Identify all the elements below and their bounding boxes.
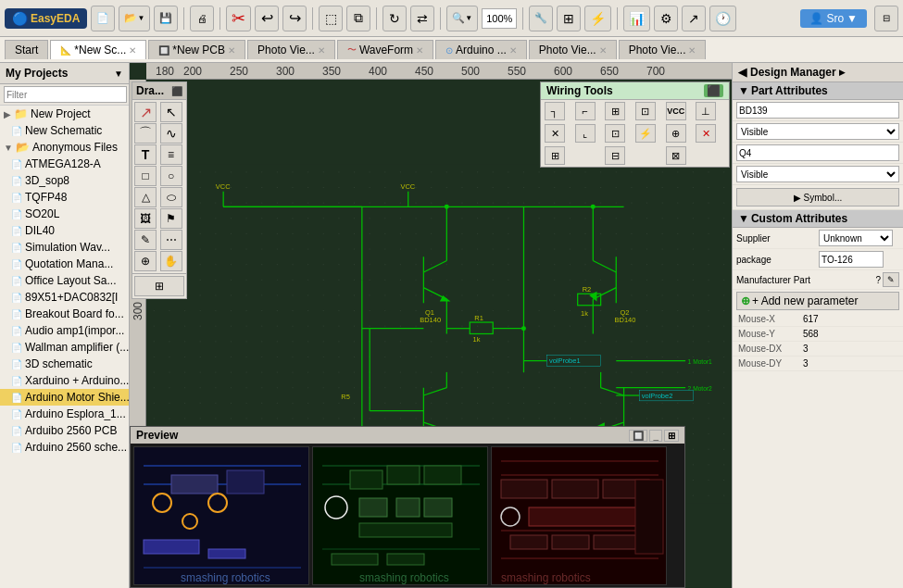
sidebar-item-dil40[interactable]: 📄 DIL40 <box>0 222 129 239</box>
sidebar-item-tqfp48[interactable]: 📄 TQFP48 <box>0 189 129 206</box>
draw-rect-btn[interactable]: □ <box>134 166 157 186</box>
part-attr-collapse-icon[interactable]: ▼ <box>738 84 749 97</box>
wiring-btn-port[interactable]: ⊡ <box>605 124 625 143</box>
wiring-btn-vcc[interactable]: VCC <box>666 102 686 120</box>
wiring-btn-delete[interactable]: ✕ <box>696 124 716 143</box>
window-min-button[interactable]: ⊟ <box>874 6 898 31</box>
tab-photo-view1-close[interactable]: ✕ <box>318 45 325 56</box>
redo-button[interactable]: ↪ <box>282 6 307 31</box>
draw-text-btn[interactable]: T <box>134 144 157 165</box>
find-button[interactable]: 🔧 <box>529 6 553 31</box>
sidebar-item-new-schematic[interactable]: 📄 New Schematic <box>0 122 129 139</box>
draw-bus-btn[interactable]: ≡ <box>160 144 182 165</box>
filter-input[interactable] <box>4 86 127 103</box>
draw-extra-btn[interactable]: ⊞ <box>134 276 184 296</box>
sidebar-item-xarduino[interactable]: 📄 Xarduino + Arduino... <box>0 372 129 389</box>
draw-image-btn[interactable]: 🖼 <box>134 208 157 229</box>
add-param-button[interactable]: ⊕ + Add new parameter <box>736 292 899 310</box>
wiring-tools-close-icon[interactable]: ⬛ <box>704 84 723 97</box>
wiring-btn-junction[interactable]: ⊞ <box>605 102 625 120</box>
tab-new-sch-close[interactable]: ✕ <box>129 45 136 56</box>
history-button[interactable]: 🕐 <box>709 6 736 31</box>
tab-photo-view2[interactable]: Photo Vie... ✕ <box>529 40 617 59</box>
sidebar-item-89x51-dac[interactable]: 📄 89X51+DAC0832[I <box>0 289 129 306</box>
tab-arduino-close[interactable]: ✕ <box>509 45 517 56</box>
user-button[interactable]: 👤 Sro ▼ <box>800 9 867 28</box>
zoom-in-button[interactable]: 🔍▼ <box>446 6 478 31</box>
settings-button[interactable]: ⚙ <box>654 6 678 31</box>
wiring-btn-power[interactable]: ⚡ <box>635 124 656 143</box>
manufacturer-part-edit-btn[interactable]: ✎ <box>883 272 899 287</box>
draw-ellipse-btn[interactable]: ⬭ <box>160 187 182 207</box>
tab-photo-view1[interactable]: Photo Vie... ✕ <box>247 40 335 59</box>
tab-photo-view3[interactable]: Photo Vie... ✕ <box>619 40 707 59</box>
draw-circle-btn[interactable]: ○ <box>160 166 182 186</box>
sidebar-item-arduibo-2560-pcb[interactable]: 📄 Arduibo 2560 PCB <box>0 422 129 439</box>
sidebar-item-atmega128[interactable]: 📄 ATMEGA128-A <box>0 156 129 172</box>
sidebar-item-so20l[interactable]: 📄 SO20L <box>0 206 129 222</box>
wiring-btn-extra1[interactable]: ⊞ <box>545 146 565 165</box>
tab-new-sch[interactable]: 📐 *New Sc... ✕ <box>50 40 146 59</box>
select-button[interactable]: ⬚ <box>319 6 343 31</box>
visible1-select[interactable]: Visible Hidden <box>736 123 899 140</box>
sidebar-item-new-project[interactable]: ▶ 📁 New Project <box>0 106 129 122</box>
sidebar-item-audio-amp1[interactable]: 📄 Audio amp1(impor... <box>0 322 129 339</box>
wiring-btn-busentry[interactable]: ⌞ <box>575 124 596 143</box>
wiring-btn-netlabel[interactable]: ⊡ <box>635 102 656 120</box>
tab-waveform-close[interactable]: ✕ <box>416 45 423 56</box>
component-q-input[interactable] <box>736 144 899 161</box>
supplier-select[interactable]: Unknown Digikey Mouser LCSC <box>819 230 893 246</box>
tab-start[interactable]: Start <box>5 40 48 59</box>
wiring-btn-cross[interactable]: ⊕ <box>666 124 686 143</box>
wiring-btn-bus[interactable]: ⌐ <box>575 102 596 120</box>
sidebar-item-arduino-esplora[interactable]: 📄 Arduino Esplora_1... <box>0 406 129 422</box>
draw-arc-btn[interactable]: ⌒ <box>134 123 157 144</box>
wiring-btn-extra2[interactable]: ⊟ <box>605 146 625 165</box>
preview-detach-btn[interactable]: ⊞ <box>664 430 679 442</box>
new-button[interactable]: 📄 <box>91 6 115 31</box>
draw-bezier-btn[interactable]: ∿ <box>160 123 182 144</box>
tab-new-pcb-close[interactable]: ✕ <box>228 45 235 56</box>
tab-new-pcb[interactable]: 🔲 *New PCB ✕ <box>148 40 245 59</box>
cut-button[interactable]: ✂ <box>226 6 251 31</box>
draw-editpoints-btn[interactable]: ✎ <box>134 230 157 250</box>
sidebar-expand-icon[interactable]: ▼ <box>114 69 123 79</box>
draw-more-btn[interactable]: ⋯ <box>160 230 182 250</box>
tab-photo-view2-close[interactable]: ✕ <box>599 45 607 56</box>
tab-photo-view3-close[interactable]: ✕ <box>688 45 696 56</box>
wiring-btn-noconn[interactable]: ✕ <box>545 124 565 143</box>
copy-button[interactable]: ⧉ <box>346 6 370 31</box>
wiring-btn-extra3[interactable]: ⊠ <box>666 146 686 165</box>
preview-minimize-btn[interactable]: _ <box>649 430 662 442</box>
package-input[interactable] <box>819 251 884 268</box>
draw-wire-btn[interactable]: ↗ <box>134 102 157 122</box>
visible2-select[interactable]: Visible Hidden <box>736 166 899 182</box>
wiring-btn-wire[interactable]: ┐ <box>545 102 565 120</box>
sidebar-item-quotation-mana[interactable]: 📄 Quotation Mana... <box>0 256 129 272</box>
sidebar-item-arduino-2560-sch[interactable]: 📄 Arduino 2560 sche... <box>0 439 129 456</box>
design-manager-bar[interactable]: ◀ Design Manager ▸ <box>733 63 903 82</box>
sidebar-item-breakout-board[interactable]: 📄 Breakout Board fo... <box>0 306 129 322</box>
component-name-input[interactable] <box>736 102 899 119</box>
sidebar-item-3d-sop8[interactable]: 📄 3D_sop8 <box>0 172 129 189</box>
draw-snap-btn[interactable]: ⊕ <box>134 251 157 271</box>
sidebar-item-wallman-amp[interactable]: 📄 Wallman amplifier (... <box>0 339 129 356</box>
sidebar-item-3d-schematic[interactable]: 📄 3D schematic <box>0 356 129 372</box>
sidebar-item-arduino-motor[interactable]: 📄 Arduino Motor Shie... <box>0 389 129 406</box>
draw-drag-btn[interactable]: ✋ <box>160 251 182 271</box>
save-button[interactable]: 💾 <box>154 6 178 31</box>
print-button[interactable]: 🖨 <box>190 6 214 31</box>
rotate-button[interactable]: ↻ <box>383 6 407 31</box>
tab-arduino[interactable]: ⊙ Arduino ... ✕ <box>435 40 527 59</box>
flip-button[interactable]: ⇄ <box>410 6 434 31</box>
undo-button[interactable]: ↩ <box>255 6 279 31</box>
draw-panel-close[interactable]: ⬛ <box>171 86 182 96</box>
sidebar-item-anonymous-files[interactable]: ▼ 📂 Anonymous Files <box>0 139 129 156</box>
draw-poly-btn[interactable]: △ <box>134 187 157 207</box>
component-button[interactable]: ⊞ <box>557 6 581 31</box>
draw-select-btn[interactable]: ↖ <box>160 102 182 122</box>
wiring-btn-gnd[interactable]: ⊥ <box>696 102 716 120</box>
custom-attributes-header[interactable]: ▼ Custom Attributes <box>733 210 903 228</box>
sidebar-item-office-layout[interactable]: 📄 Office Layout Sa... <box>0 272 129 289</box>
preview-close-btn[interactable]: 🔲 <box>629 430 647 442</box>
